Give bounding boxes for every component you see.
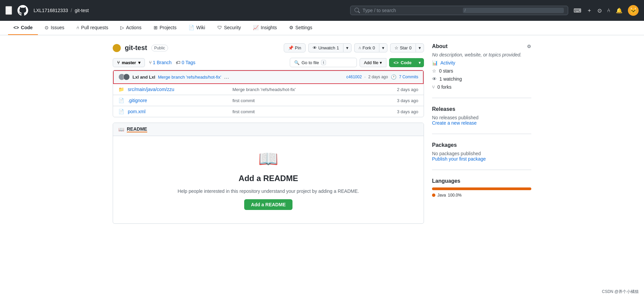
commit-hash[interactable]: c461002 (346, 75, 362, 79)
fork-icon: ⑃ (359, 45, 361, 50)
breadcrumb-separator: / (71, 8, 72, 13)
repo-header: git-test Public 📌 Pin 👁 Unwatch 1 ▾ (113, 43, 424, 52)
sidebar: About ⚙ No description, website, or topi… (432, 43, 531, 224)
about-settings-icon[interactable]: ⚙ (527, 44, 531, 49)
about-title: About (432, 43, 447, 49)
tag-count[interactable]: 🏷 0 Tags (176, 60, 196, 65)
branch-selector[interactable]: ⑂ master ▾ (113, 58, 145, 67)
branch-count-icon: ⑂ (149, 60, 152, 65)
pin-button[interactable]: 📌 Pin (284, 43, 306, 52)
security-icon: 🛡 (217, 25, 222, 30)
nav-item-wiki[interactable]: 📄 Wiki (183, 21, 210, 35)
search-file-icon: 🔍 (294, 60, 300, 65)
code-button[interactable]: <> Code (389, 58, 416, 67)
repo-action-buttons: 📌 Pin 👁 Unwatch 1 ▾ ⑃ Fork (284, 43, 424, 52)
code-icon: <> (13, 25, 19, 30)
nav-item-issues[interactable]: ⊙ Issues (39, 21, 69, 35)
unwatch-caret[interactable]: ▾ (343, 43, 352, 52)
create-release-link[interactable]: Create a new release (432, 120, 477, 126)
breadcrumb: LXL1716812333 / git-test (34, 8, 89, 13)
readme-add-title: Add a README (238, 174, 298, 183)
file-table: Lxl and Lxl Merge branch 'refs/heads/hot… (113, 70, 424, 117)
repo-title: git-test (125, 44, 147, 52)
star-button[interactable]: ☆ Star 0 (390, 43, 416, 52)
commit-row: Lxl and Lxl Merge branch 'refs/heads/hot… (113, 70, 424, 84)
file-time-pom: 3 days ago (397, 109, 418, 114)
pull-requests-icon: ⑃ (76, 25, 79, 30)
releases-title: Releases (432, 106, 531, 112)
commit-count-link[interactable]: 7 Commits (399, 75, 418, 79)
fork-group: ⑃ Fork 0 ▾ (354, 43, 387, 52)
about-header: About ⚙ (432, 43, 531, 49)
code-group: <> Code ▾ (389, 58, 424, 67)
nav-item-code[interactable]: <> Code (8, 21, 38, 35)
commit-time: · (365, 75, 366, 79)
terminal-icon[interactable]: ⌨ (574, 7, 581, 14)
folder-icon: 📁 (118, 87, 124, 92)
fork-caret[interactable]: ▾ (379, 43, 387, 52)
fork-stat-icon: ⑂ (432, 84, 435, 90)
packages-none-label: No packages published (432, 151, 531, 156)
repo-visibility-badge: Public (151, 45, 168, 51)
fork-button[interactable]: ⑃ Fork 0 (354, 43, 379, 52)
nav-item-insights[interactable]: 📈 Insights (248, 21, 282, 35)
repo-name[interactable]: git-test (75, 8, 89, 13)
goto-file-button[interactable]: 🔍 Go to file t (290, 58, 357, 67)
language-bar (432, 187, 531, 190)
issues-nav-icon: ⊙ (45, 25, 49, 30)
file-name-pom[interactable]: pom.xml (128, 109, 228, 114)
about-section: About ⚙ No description, website, or topi… (432, 43, 531, 98)
eye-stat-icon: 👁 (432, 76, 437, 82)
readme-book-icon: 📖 (118, 127, 124, 132)
search-placeholder: Type / to search (363, 8, 460, 13)
issues-icon[interactable]: ⊙ (597, 7, 602, 14)
tag-icon: 🏷 (176, 60, 180, 65)
nav-item-settings[interactable]: ⚙ Settings (284, 21, 318, 35)
eye-icon: 👁 (313, 45, 317, 50)
file-name-gitignore[interactable]: .gitignore (128, 98, 228, 103)
unwatch-group: 👁 Unwatch 1 ▾ (308, 43, 352, 52)
wiki-icon: 📄 (189, 25, 194, 30)
notifications-icon[interactable]: 🔔 (616, 7, 623, 14)
star-caret[interactable]: ▾ (416, 43, 424, 52)
languages-section: Languages Java 100.0% (432, 178, 531, 206)
file-row-pom: 📄 pom.xml first commit 3 days ago (113, 106, 424, 117)
publish-package-link[interactable]: Publish your first package (432, 156, 486, 162)
file-name-src[interactable]: src/main/java/com/zzu (128, 87, 228, 92)
pin-icon: 📌 (288, 45, 293, 50)
nav-item-security[interactable]: 🛡 Security (212, 21, 247, 35)
forks-stat: ⑂ 0 forks (432, 84, 531, 90)
commit-message-link[interactable]: Merge branch 'refs/heads/hot-fix' (158, 75, 221, 80)
add-file-button[interactable]: Add file ▾ (360, 58, 386, 67)
pull-request-icon[interactable]: ⑃ (607, 7, 610, 13)
code-caret[interactable]: ▾ (416, 58, 424, 67)
file-row-src: 📁 src/main/java/com/zzu Merge branch 're… (113, 84, 424, 95)
about-description: No description, website, or topics provi… (432, 52, 531, 57)
branch-bar-right: 🔍 Go to file t Add file ▾ <> Code ▾ (290, 58, 424, 67)
file-icon-gitignore: 📄 (118, 98, 124, 103)
plus-icon[interactable]: ＋ (587, 7, 592, 14)
add-file-dropdown-icon: ▾ (380, 60, 382, 65)
nav-item-actions[interactable]: ▷ Actions (115, 21, 147, 35)
user-avatar[interactable]: 🐱 (628, 5, 639, 16)
search-bar[interactable]: Type / to search / (350, 6, 568, 15)
language-java: Java 100.0% (432, 193, 531, 198)
file-commit-gitignore: first commit (232, 98, 393, 103)
unwatch-button[interactable]: 👁 Unwatch 1 (308, 43, 343, 52)
languages-title: Languages (432, 178, 531, 184)
nav-item-pull-requests[interactable]: ⑃ Pull requests (71, 21, 114, 35)
branch-icon: ⑂ (117, 60, 120, 65)
add-readme-button[interactable]: Add a README (244, 199, 292, 210)
commit-dots[interactable]: … (224, 74, 229, 80)
file-row-gitignore: 📄 .gitignore first commit 3 days ago (113, 95, 424, 106)
branch-count[interactable]: ⑂ 1 Branch (149, 60, 172, 65)
hamburger-menu[interactable]: ☰ (5, 6, 12, 15)
repo-avatar (113, 44, 121, 52)
star-icon: ☆ (394, 45, 398, 50)
nav-item-projects[interactable]: ⊞ Projects (148, 21, 182, 35)
owner-name[interactable]: LXL1716812333 (34, 8, 68, 13)
java-lang-percent: 100.0% (448, 193, 462, 198)
github-logo[interactable] (17, 5, 28, 16)
packages-section: Packages No packages published Publish y… (432, 142, 531, 170)
releases-section: Releases No releases published Create a … (432, 106, 531, 134)
